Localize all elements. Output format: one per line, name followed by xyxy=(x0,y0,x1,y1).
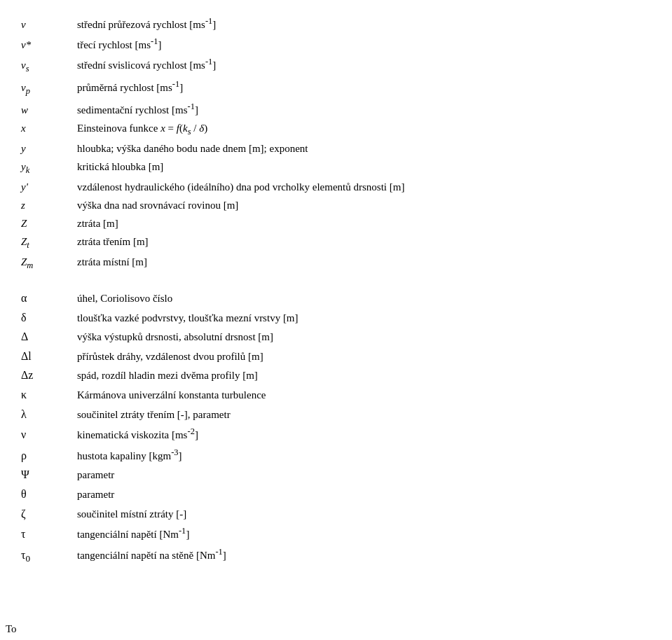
greek-description-col: úhel, Coriolisovo číslo xyxy=(77,290,651,307)
list-item: zvýška dna nad srovnávací rovinou [m] xyxy=(21,197,651,214)
spacer xyxy=(21,274,651,289)
list-item: τ0tangenciální napětí na stěně [Nm-1] xyxy=(21,545,651,566)
list-item: λsoučinitel ztráty třením [-], parametr xyxy=(21,405,651,424)
greek-symbol-col: ν xyxy=(21,426,77,444)
list-item: αúhel, Coriolisovo číslo xyxy=(21,289,651,307)
list-item: vsstřední svislicová rychlost [ms-1] xyxy=(21,55,651,76)
greek-section: αúhel, Coriolisovo čísloδtloušťka vazké … xyxy=(21,289,651,566)
list-item: θparametr xyxy=(21,485,651,503)
list-item: vstřední průřezová rychlost [ms-1] xyxy=(21,14,651,33)
greek-description-col: součinitel ztráty třením [-], parametr xyxy=(77,406,651,423)
description-col: ztráta třením [m] xyxy=(77,233,651,250)
greek-symbol-col: δ xyxy=(21,309,77,327)
list-item: ζsoučinitel místní ztráty [-] xyxy=(21,505,651,523)
greek-symbol-col: τ xyxy=(21,525,77,543)
list-item: ρhustota kapaliny [kgm-3] xyxy=(21,445,651,465)
symbol-col: Zm xyxy=(21,253,77,272)
symbol-col: Zt xyxy=(21,233,77,252)
greek-description-col: součinitel místní ztráty [-] xyxy=(77,506,651,522)
list-item: κKármánova univerzální konstanta turbule… xyxy=(21,386,651,404)
description-col: sedimentační rychlost [ms-1] xyxy=(77,99,651,118)
greek-description-col: parametr xyxy=(77,486,651,503)
list-item: τtangenciální napětí [Nm-1] xyxy=(21,524,651,543)
greek-description-col: spád, rozdíl hladin mezi dvěma profily [… xyxy=(77,367,651,384)
greek-description-col: výška výstupků drsnosti, absolutní drsno… xyxy=(77,328,651,345)
list-item: νkinematická viskozita [ms-2] xyxy=(21,424,651,444)
symbol-col: vs xyxy=(21,57,77,76)
list-item: wsedimentační rychlost [ms-1] xyxy=(21,99,651,118)
greek-description-col: Kármánova univerzální konstanta turbulen… xyxy=(77,387,651,403)
greek-description-col: kinematická viskozita [ms-2] xyxy=(77,424,651,443)
list-item: yhloubka; výška daného bodu nade dnem [m… xyxy=(21,140,651,157)
greek-description-col: tloušťka vazké podvrstvy, tloušťka mezní… xyxy=(77,309,651,326)
symbol-col: v* xyxy=(21,36,77,53)
symbol-col: w xyxy=(21,102,77,118)
greek-symbol-col: λ xyxy=(21,405,77,424)
list-item: vpprůměrná rychlost [ms-1] xyxy=(21,77,651,98)
description-col: střední průřezová rychlost [ms-1] xyxy=(77,14,651,33)
list-item: v*třecí rychlost [ms-1] xyxy=(21,34,651,53)
greek-description-col: hustota kapaliny [kgm-3] xyxy=(77,445,651,464)
description-col: ztráta místní [m] xyxy=(77,253,651,270)
greek-description-col: tangenciální napětí na stěně [Nm-1] xyxy=(77,545,651,564)
description-col: průměrná rychlost [ms-1] xyxy=(77,77,651,96)
description-col: střední svislicová rychlost [ms-1] xyxy=(77,55,651,74)
description-col: Einsteinova funkce x = f(ks / δ) xyxy=(77,120,651,139)
list-item: xEinsteinova funkce x = f(ks / δ) xyxy=(21,120,651,139)
greek-description-col: přírůstek dráhy, vzdálenost dvou profilů… xyxy=(77,348,651,365)
symbol-col: Z xyxy=(21,215,77,232)
description-col: výška dna nad srovnávací rovinou [m] xyxy=(77,197,651,214)
greek-symbol-col: θ xyxy=(21,485,77,503)
greek-symbol-col: Ψ xyxy=(21,466,77,484)
list-item: ykkritická hloubka [m] xyxy=(21,158,651,177)
symbol-col: vp xyxy=(21,79,77,98)
greek-symbol-col: ζ xyxy=(21,505,77,523)
greek-description-col: tangenciální napětí [Nm-1] xyxy=(77,524,651,543)
symbol-col: z xyxy=(21,197,77,214)
list-item: Ψparametr xyxy=(21,466,651,484)
symbol-table: vstřední průřezová rychlost [ms-1]v*třec… xyxy=(21,14,651,566)
list-item: Δvýška výstupků drsnosti, absolutní drsn… xyxy=(21,328,651,346)
description-col: kritická hloubka [m] xyxy=(77,158,651,175)
list-item: Δzspád, rozdíl hladin mezi dvěma profily… xyxy=(21,366,651,384)
list-item: Zmztráta místní [m] xyxy=(21,253,651,272)
greek-symbol-col: ρ xyxy=(21,447,77,465)
list-item: δtloušťka vazké podvrstvy, tloušťka mezn… xyxy=(21,309,651,327)
greek-symbol-col: τ0 xyxy=(21,546,77,566)
description-col: třecí rychlost [ms-1] xyxy=(77,34,651,53)
list-item: Δlpřírůstek dráhy, vzdálenost dvou profi… xyxy=(21,347,651,366)
list-item: Ztztráta třením [m] xyxy=(21,233,651,252)
list-item: y'vzdálenost hydraulického (ideálního) d… xyxy=(21,179,651,195)
description-col: vzdálenost hydraulického (ideálního) dna… xyxy=(77,179,651,195)
greek-symbol-col: Δz xyxy=(21,366,77,384)
symbol-col: v xyxy=(21,16,77,33)
list-item: Zztráta [m] xyxy=(21,215,651,232)
symbol-col: y xyxy=(21,140,77,157)
greek-symbol-col: Δ xyxy=(21,328,77,346)
greek-symbol-col: κ xyxy=(21,386,77,404)
greek-symbol-col: Δl xyxy=(21,347,77,366)
symbol-col: y' xyxy=(21,179,77,195)
greek-description-col: parametr xyxy=(77,466,651,483)
symbol-col: yk xyxy=(21,158,77,177)
symbol-col: x xyxy=(21,120,77,137)
greek-symbol-col: α xyxy=(21,289,77,307)
latin-section: vstřední průřezová rychlost [ms-1]v*třec… xyxy=(21,14,651,272)
description-col: ztráta [m] xyxy=(77,215,651,232)
description-col: hloubka; výška daného bodu nade dnem [m]… xyxy=(77,140,651,157)
